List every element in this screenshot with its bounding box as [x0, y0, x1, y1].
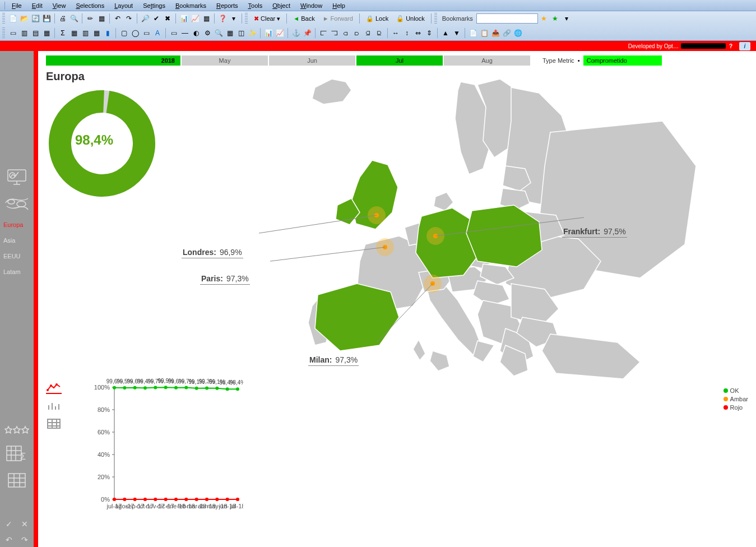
menu-file[interactable]: File — [7, 2, 26, 10]
presentation-icon[interactable] — [4, 166, 29, 187]
filter-year[interactable]: 2018 — [46, 55, 180, 66]
help-circle-icon[interactable]: ? — [729, 43, 732, 49]
back-button[interactable]: ◄Back — [290, 13, 318, 24]
filter-month-jul[interactable]: Jul — [356, 55, 443, 66]
rail-item-asia[interactable]: Asia — [0, 233, 34, 248]
align-center-icon[interactable]: ⫎ — [330, 28, 340, 38]
sheet-icon[interactable]: 📋 — [479, 28, 489, 38]
tb2-circle-icon[interactable]: ◯ — [130, 28, 140, 38]
rail-item-latam[interactable]: Latam — [0, 264, 34, 280]
tb2-slider-icon[interactable]: — — [180, 28, 190, 38]
world-map-icon[interactable] — [4, 193, 29, 214]
undo-icon[interactable]: ↶ — [113, 13, 123, 24]
tb2-pivot-icon[interactable]: ▦ — [91, 28, 101, 38]
bookmarks-combo[interactable] — [476, 13, 538, 24]
tb2-grid2-icon[interactable]: ▦ — [225, 28, 235, 38]
doc-icon[interactable]: 📄 — [468, 28, 478, 38]
dist-h-icon[interactable]: ↔ — [391, 28, 401, 38]
chart2-icon[interactable]: 📈 — [190, 13, 200, 24]
dropdown-icon[interactable]: ▾ — [229, 13, 239, 24]
chart-type-line-icon[interactable] — [46, 382, 62, 394]
metric-value[interactable]: Comprometido — [583, 55, 662, 66]
search-icon[interactable]: 🔎 — [140, 13, 150, 24]
info-icon[interactable]: i — [739, 42, 750, 50]
filter-month-aug[interactable]: Aug — [444, 55, 530, 66]
preview-icon[interactable]: 🔍 — [69, 13, 79, 24]
tb2-bar-icon[interactable]: ▮ — [103, 28, 113, 38]
menu-edit[interactable]: Edit — [27, 2, 47, 10]
tb2-1-icon[interactable]: ▭ — [8, 28, 18, 38]
table-icon[interactable] — [4, 470, 29, 490]
tb2-rect-icon[interactable]: ▭ — [141, 28, 151, 38]
menu-window[interactable]: Window — [296, 2, 327, 10]
redo-icon[interactable]: ↷ — [124, 13, 134, 24]
new-icon[interactable]: 📄 — [8, 13, 18, 24]
layout-icon[interactable]: ▦ — [96, 13, 106, 24]
bookmark-add-icon[interactable]: ★ — [539, 13, 549, 24]
space-v-icon[interactable]: ⇕ — [424, 28, 434, 38]
undo2-icon[interactable]: ↶ — [3, 534, 15, 545]
filter-month-jun[interactable]: Jun — [269, 55, 355, 66]
help-icon[interactable]: ❓ — [217, 13, 228, 24]
save-icon[interactable]: 💾 — [41, 13, 52, 24]
export-icon[interactable]: 📤 — [490, 28, 500, 38]
tb2-grid-icon[interactable]: ▦ — [69, 28, 79, 38]
layer-back-icon[interactable]: ▼ — [452, 28, 462, 38]
forward-button[interactable]: ►Forward — [319, 13, 356, 24]
tb2-4-icon[interactable]: ▦ — [41, 28, 52, 38]
chart-icon[interactable]: 📊 — [179, 13, 189, 24]
confirm-icon[interactable]: ✓ — [3, 518, 15, 530]
clear-button[interactable]: ✖Clear ▾ — [251, 13, 284, 24]
tb2-gear-icon[interactable]: ⚙ — [202, 28, 212, 38]
table-icon[interactable]: ▦ — [201, 13, 211, 24]
menu-tools[interactable]: Tools — [244, 2, 267, 10]
open-icon[interactable]: 📂 — [19, 13, 29, 24]
menu-help[interactable]: Help — [328, 2, 350, 10]
menu-layout[interactable]: Layout — [110, 2, 137, 10]
menu-view[interactable]: View — [48, 2, 71, 10]
table-sum-icon[interactable]: Σ — [4, 443, 29, 463]
selection-icon[interactable]: ✔ — [151, 13, 161, 24]
bookmark-del-icon[interactable]: ★ — [550, 13, 560, 24]
tb2-anchor-icon[interactable]: ⚓ — [291, 28, 301, 38]
menu-object[interactable]: Object — [268, 2, 295, 10]
unlock-button[interactable]: 🔓Unlock — [393, 13, 428, 24]
align-bot-icon[interactable]: ⫒ — [374, 28, 384, 38]
tb2-chart2-icon[interactable]: 📈 — [275, 28, 285, 38]
tb2-wizard-icon[interactable]: ✨ — [247, 28, 257, 38]
menu-selections[interactable]: Selections — [71, 2, 109, 10]
trend-chart[interactable]: 0%20%40%60%80%100%jul-17ago-17sep-17oct-… — [75, 376, 243, 516]
lock-button[interactable]: 🔒Lock — [363, 13, 392, 24]
tb2-gauge-icon[interactable]: ◐ — [191, 28, 201, 38]
tb2-box-icon[interactable]: ▢ — [119, 28, 129, 38]
layer-front-icon[interactable]: ▲ — [440, 28, 451, 38]
tb2-text-icon[interactable]: A — [152, 28, 163, 38]
tb2-chart1-icon[interactable]: 📊 — [263, 28, 273, 38]
space-h-icon[interactable]: ⇔ — [413, 28, 423, 38]
tb2-axis-icon[interactable]: ◫ — [236, 28, 246, 38]
rail-item-eeuu[interactable]: EEUU — [0, 248, 34, 264]
link-icon[interactable]: 🔗 — [502, 28, 512, 38]
edit-icon[interactable]: ✏ — [85, 13, 95, 24]
menu-reports[interactable]: Reports — [212, 2, 243, 10]
web-icon[interactable]: 🌐 — [513, 28, 523, 38]
tb2-2-icon[interactable]: ▥ — [19, 28, 29, 38]
align-right-icon[interactable]: ⫏ — [341, 28, 351, 38]
filter-month-may[interactable]: May — [182, 55, 268, 66]
align-top-icon[interactable]: ⫐ — [352, 28, 362, 38]
print-icon[interactable]: 🖨 — [58, 13, 68, 24]
tb2-btn-icon[interactable]: ▭ — [169, 28, 179, 38]
chart-type-table-icon[interactable] — [46, 418, 62, 430]
menu-settings[interactable]: Settings — [138, 2, 170, 10]
bookmark-dd-icon[interactable]: ▾ — [562, 13, 572, 24]
tb2-sum-icon[interactable]: Σ — [58, 28, 68, 38]
tb2-pin-icon[interactable]: 📌 — [302, 28, 312, 38]
cancel-icon[interactable]: ✕ — [18, 518, 31, 530]
tb2-cal-icon[interactable]: ▥ — [80, 28, 90, 38]
align-mid-icon[interactable]: ⫑ — [363, 28, 373, 38]
tb2-zoom-icon[interactable]: 🔍 — [214, 28, 224, 38]
stars-icon[interactable] — [4, 424, 29, 437]
tb2-3-icon[interactable]: ▤ — [30, 28, 40, 38]
align-left-icon[interactable]: ⫍ — [318, 28, 328, 38]
rail-item-europa[interactable]: Europa — [0, 217, 34, 233]
